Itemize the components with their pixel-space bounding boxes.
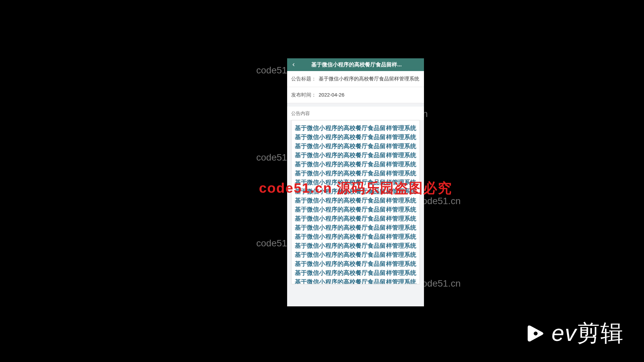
announcement-body: 基于微信小程序的高校餐厅食品留样管理系统基于微信小程序的高校餐厅食品留样管理系统… <box>295 124 416 284</box>
content-section-label: 公告内容 <box>287 107 424 120</box>
ev-logo-text: ev剪辑 <box>551 318 624 349</box>
video-frame: code51.cn code51.cn code51.cn code51.cn … <box>32 0 612 326</box>
announcement-title-label: 公告标题： <box>291 76 319 82</box>
publish-time-label: 发布时间： <box>291 92 319 98</box>
publish-time-row: 发布时间： 2022-04-26 <box>287 87 424 103</box>
page-title: 基于微信小程序的高校餐厅食品留样... <box>299 61 421 68</box>
publish-time-value: 2022-04-26 <box>319 92 420 98</box>
announcement-title-value: 基于微信小程序的高校餐厅食品留样管理系统 <box>319 76 420 82</box>
ev-logo: ev剪辑 <box>526 318 624 349</box>
announcement-title-row: 公告标题： 基于微信小程序的高校餐厅食品留样管理系统 <box>287 71 424 87</box>
play-icon <box>526 324 545 343</box>
back-icon[interactable] <box>290 61 297 68</box>
app-header: 基于微信小程序的高校餐厅食品留样... <box>287 58 424 71</box>
phone-window: 基于微信小程序的高校餐厅食品留样... 公告标题： 基于微信小程序的高校餐厅食品… <box>287 58 424 306</box>
content-box[interactable]: 基于微信小程序的高校餐厅食品留样管理系统基于微信小程序的高校餐厅食品留样管理系统… <box>291 120 420 284</box>
svg-point-0 <box>534 331 538 336</box>
section-gap <box>287 103 424 107</box>
